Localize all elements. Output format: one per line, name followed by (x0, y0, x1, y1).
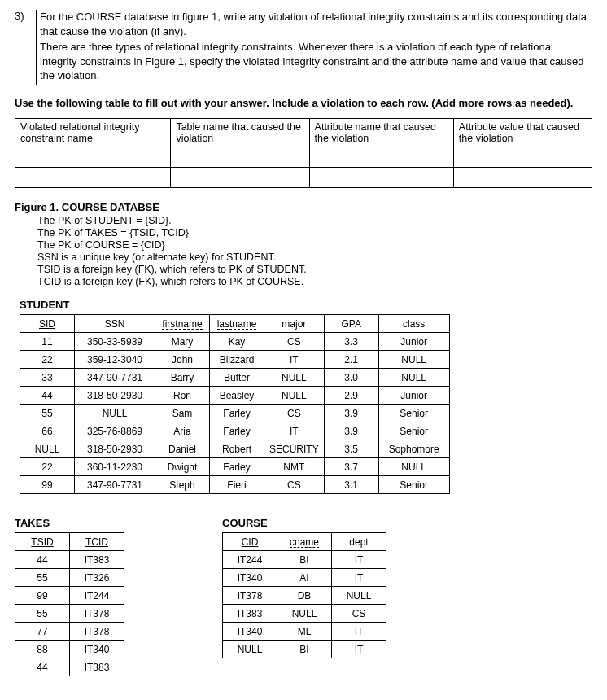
table-cell: 347-90-7731 (75, 369, 155, 387)
table-cell: NULL (264, 387, 325, 405)
table-cell: ML (277, 623, 332, 641)
answer-table: Violated relational integrity constraint… (15, 118, 592, 188)
table-cell: AI (277, 569, 332, 587)
table-row: 55IT326 (15, 569, 124, 587)
table-cell: IT244 (223, 551, 277, 569)
table-cell: IT383 (70, 658, 124, 676)
table-cell: 99 (20, 476, 75, 494)
table-cell: 11 (20, 333, 75, 351)
table-cell: Beasley (210, 387, 264, 405)
table-cell: 44 (15, 658, 70, 676)
table-cell: Farley (210, 405, 264, 422)
table-cell: NULL (223, 641, 277, 658)
table-cell: Farley (210, 458, 264, 476)
table-row: 77IT378 (15, 623, 124, 641)
answer-header-value: Attribute value that caused the violatio… (453, 119, 592, 147)
col-cid: CID (223, 533, 277, 551)
answer-blank-row (15, 168, 592, 188)
table-cell: IT (264, 422, 325, 440)
table-cell: Junior (378, 387, 449, 405)
table-cell: NULL (277, 605, 332, 623)
table-header-row: CID cname dept (223, 533, 386, 551)
table-row: 99IT244 (15, 587, 124, 605)
question-para-2: There are three types of relational inte… (40, 40, 592, 83)
table-cell: 3.5 (324, 440, 378, 458)
table-cell: NULL (264, 369, 325, 387)
table-row: 88IT340 (15, 641, 124, 658)
table-cell: 318-50-2930 (75, 440, 155, 458)
table-row: 44318-50-2930RonBeasleyNULL2.9Junior (20, 387, 450, 405)
col-tcid: TCID (70, 533, 124, 551)
table-cell: NULL (75, 405, 155, 422)
table-cell: 3.3 (324, 333, 378, 351)
table-cell: BI (277, 641, 332, 658)
table-cell: Senior (378, 422, 449, 440)
table-cell: IT (332, 551, 386, 569)
table-cell: 3.9 (324, 422, 378, 440)
table-cell: 3.9 (324, 405, 378, 422)
table-cell: IT (264, 351, 325, 369)
course-label: COURSE (222, 517, 386, 529)
table-cell: Robert (210, 440, 264, 458)
table-cell: 44 (15, 551, 70, 569)
table-cell: Senior (378, 405, 449, 422)
col-class: class (378, 315, 449, 333)
table-cell: NMT (264, 458, 325, 476)
table-cell: Ron (155, 387, 210, 405)
table-cell: 88 (15, 641, 70, 658)
col-firstname: firstname (155, 315, 210, 333)
table-cell: IT378 (70, 623, 124, 641)
question-block: 3) For the COURSE database in figure 1, … (15, 10, 592, 85)
col-tsid: TSID (15, 533, 70, 551)
table-cell: Kay (210, 333, 264, 351)
table-cell: DB (277, 587, 332, 605)
table-row: 55NULLSamFarleyCS3.9Senior (20, 405, 450, 422)
table-cell: Sophomore (378, 440, 449, 458)
figure-line: TCID is a foreign key (FK), which refers… (37, 276, 592, 287)
table-cell: IT (332, 641, 386, 658)
student-table: SID SSN firstname lastname major GPA cla… (20, 314, 450, 494)
figure-line: The PK of TAKES = {TSID, TCID} (37, 227, 592, 238)
col-sid: SID (20, 315, 75, 333)
col-gpa: GPA (324, 315, 378, 333)
table-cell: 3.0 (324, 369, 378, 387)
table-row: 33347-90-7731BarryButterNULL3.0NULL (20, 369, 450, 387)
table-cell: 55 (20, 405, 75, 422)
table-cell: 22 (20, 351, 75, 369)
instruction-text: Use the following table to fill out with… (15, 96, 592, 111)
table-cell: IT378 (70, 605, 124, 623)
table-cell: Dwight (155, 458, 210, 476)
table-cell: 347-90-7731 (75, 476, 155, 494)
figure-line: The PK of STUDENT = {SID}. (37, 215, 592, 226)
table-cell: SECURITY (264, 440, 325, 458)
table-header-row: TSID TCID (15, 533, 124, 551)
table-row: 22359-12-3040JohnBlizzardIT2.1NULL (20, 351, 450, 369)
answer-header-constraint: Violated relational integrity constraint… (15, 119, 171, 147)
table-row: 55IT378 (15, 605, 124, 623)
table-cell: Fieri (210, 476, 264, 494)
table-cell: CS (264, 333, 325, 351)
table-cell: 77 (15, 623, 70, 641)
table-cell: IT378 (223, 587, 277, 605)
answer-header-row: Violated relational integrity constraint… (15, 119, 592, 147)
table-header-row: SID SSN firstname lastname major GPA cla… (20, 315, 450, 333)
table-cell: Barry (155, 369, 210, 387)
table-cell: 325-76-8869 (75, 422, 155, 440)
question-number: 3) (15, 10, 36, 22)
table-cell: 22 (20, 458, 75, 476)
table-row: IT378DBNULL (223, 587, 386, 605)
takes-block: TAKES TSID TCID 44IT38355IT32699IT24455I… (15, 505, 124, 676)
table-row: IT244BIIT (223, 551, 386, 569)
table-cell: CS (264, 476, 325, 494)
table-cell: 2.1 (324, 351, 378, 369)
answer-header-attribute: Attribute name that caused the violation (309, 119, 453, 147)
col-cname: cname (277, 533, 332, 551)
col-lastname: lastname (210, 315, 264, 333)
table-row: NULLBIIT (223, 641, 386, 658)
table-row: 22360-11-2230DwightFarleyNMT3.7NULL (20, 458, 450, 476)
lower-tables-row: TAKES TSID TCID 44IT38355IT32699IT24455I… (15, 505, 592, 676)
table-cell: 360-11-2230 (75, 458, 155, 476)
table-row: 44IT383 (15, 551, 124, 569)
table-cell: Blizzard (210, 351, 264, 369)
table-row: NULL318-50-2930DanielRobertSECURITY3.5So… (20, 440, 450, 458)
